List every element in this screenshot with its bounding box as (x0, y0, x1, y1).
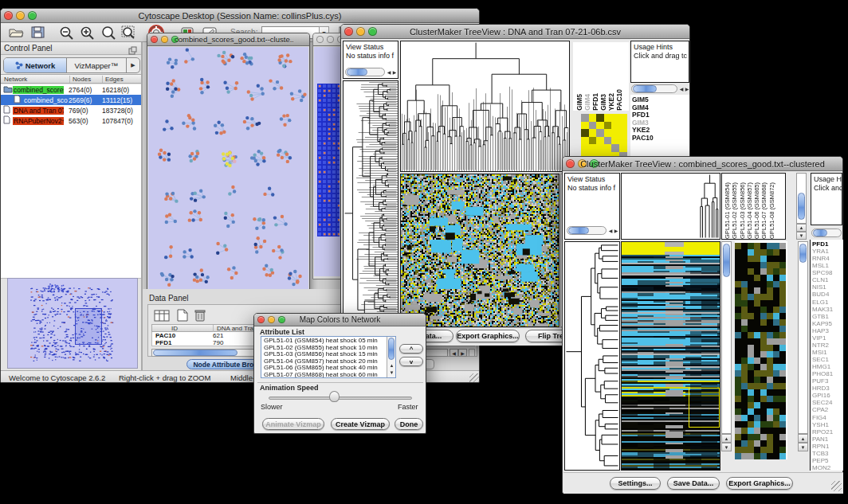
gene-label[interactable]: RPN1 (812, 443, 843, 450)
attribute-list-vscrollbar[interactable]: ▲ ▼ (387, 337, 395, 377)
gene-label[interactable]: YRA1 (812, 248, 843, 255)
gene-label[interactable]: MAK31 (812, 306, 843, 313)
gene-label[interactable]: MSL1 (812, 262, 843, 269)
scroll-right-button[interactable]: ▶ (613, 227, 619, 234)
minimize-button[interactable] (327, 36, 334, 43)
gene-label[interactable]: RPO21 (812, 428, 843, 436)
gene-label[interactable]: CPA2 (812, 406, 843, 413)
matrix-cell[interactable] (596, 114, 604, 122)
done-button[interactable]: Done (395, 418, 423, 430)
matrix-cell[interactable] (619, 122, 627, 130)
gene-label[interactable]: KAP95 (812, 320, 843, 327)
gene-label[interactable]: ELG1 (812, 299, 843, 306)
matrix-cell[interactable] (596, 122, 604, 130)
matrix-cell[interactable] (611, 144, 619, 152)
similarity-matrix[interactable] (581, 114, 627, 160)
network-tree-row[interactable]: combined_scores2764(0)16218(0) (1, 84, 141, 95)
scroll-down-button[interactable]: ▼ (721, 443, 732, 451)
gene-label[interactable]: SEC24 (812, 399, 843, 406)
gene-label[interactable]: GTB1 (812, 313, 843, 320)
scroll-up-button[interactable]: ▲ (798, 434, 808, 443)
network-tree-row[interactable]: RNAPuberNov2+|563(0)107847(0) (1, 115, 141, 126)
matrix-cell[interactable] (589, 144, 597, 152)
dense-network-block[interactable] (317, 84, 340, 236)
heatmap-panel[interactable] (400, 174, 559, 327)
gene-label[interactable]: HRD3 (812, 385, 843, 392)
matrix-cell[interactable] (611, 129, 619, 137)
zoom-selected-icon[interactable] (119, 25, 139, 41)
trash-icon[interactable] (190, 307, 210, 323)
network-tree-empty-area[interactable] (1, 127, 141, 279)
matrix-cell[interactable] (604, 137, 612, 145)
matrix-cell[interactable] (604, 122, 612, 130)
view-status-hscrollbar[interactable] (567, 226, 607, 235)
scroll-up-button[interactable]: ▲ (796, 224, 807, 232)
close-button[interactable] (4, 11, 13, 20)
close-button[interactable] (151, 36, 158, 43)
scrollbar-thumb[interactable] (723, 244, 730, 277)
attribute-list[interactable]: GPL51-01 (GSM854) heat shock 05 minGPL51… (261, 336, 396, 378)
matrix-cell[interactable] (581, 144, 589, 152)
scrollbar-thumb[interactable] (568, 227, 589, 234)
matrix-cell[interactable] (581, 114, 589, 122)
close-button[interactable] (344, 27, 353, 36)
gene-label[interactable]: RNR4 (812, 255, 843, 262)
matrix-cell[interactable] (619, 137, 627, 145)
zoom-in-icon[interactable] (77, 25, 98, 41)
matrix-cell[interactable] (611, 137, 619, 145)
save-data-button[interactable]: Save Data... (667, 477, 720, 490)
tab-overflow-button[interactable]: ▶ (126, 58, 139, 72)
network-overview-canvas[interactable] (8, 279, 137, 368)
attribute-list-item[interactable]: GPL51-04 (GSM857) heat shock 20 min (264, 358, 395, 365)
matrix-cell[interactable] (581, 137, 589, 145)
gene-label[interactable]: CLN1 (812, 276, 843, 283)
network-canvas[interactable] (148, 47, 308, 302)
matrix-cell[interactable] (611, 122, 619, 130)
attribute-list-item[interactable]: GPL51-07 (GSM868) heat shock 60 min (264, 372, 395, 378)
gene-label[interactable]: SEC1 (812, 356, 843, 363)
scroll-right-button[interactable]: ▶ (684, 85, 690, 92)
col-header-edges[interactable]: Edges (102, 76, 124, 83)
scroll-up-button[interactable]: ▲ (721, 434, 732, 443)
scroll-left-button[interactable]: ◀ (450, 349, 458, 357)
column-dendrogram-panel[interactable] (621, 173, 720, 240)
scrollbar-thumb[interactable] (347, 68, 367, 76)
view-status-hscrollbar[interactable] (345, 68, 385, 76)
matrix-cell[interactable] (611, 114, 619, 122)
zoomed-heatmap-panel[interactable] (735, 241, 787, 459)
matrix-cell[interactable] (589, 114, 597, 122)
scroll-right-button[interactable]: ▶ (458, 349, 467, 357)
settings-button[interactable]: Settings... (610, 477, 661, 490)
data-col-id[interactable]: ID (171, 325, 178, 332)
gene-label[interactable]: YSH1 (812, 421, 843, 428)
scrollbar-thumb[interactable] (799, 244, 807, 263)
attribute-list-item[interactable]: GPL51-01 (GSM854) heat shock 05 min (264, 338, 395, 345)
overview-viewport-rect[interactable] (75, 308, 102, 345)
move-attribute-up-button[interactable]: ^ (399, 344, 423, 354)
gene-label[interactable]: VIP1 (812, 334, 843, 342)
matrix-cell[interactable] (619, 144, 627, 152)
scroll-down-button[interactable]: ▼ (798, 443, 808, 451)
matrix-cell[interactable] (619, 114, 627, 122)
matrix-cell[interactable] (581, 122, 589, 130)
network-tree-row[interactable]: DNA and Tran 07769(0)183728(0) (1, 105, 141, 115)
usage-hints-hscrollbar[interactable] (631, 84, 677, 93)
gene-label[interactable]: PHO81 (812, 370, 843, 377)
heatmap-selection-rect[interactable] (689, 388, 720, 428)
col-header-nodes[interactable]: Nodes (69, 76, 91, 83)
main-titlebar[interactable]: Cytoscape Desktop (Session Name: collins… (1, 9, 479, 23)
gene-label[interactable]: PAN1 (812, 436, 843, 443)
gene-label[interactable]: MSI1 (812, 349, 843, 356)
scrollbar-thumb[interactable] (633, 85, 657, 92)
matrix-cell[interactable] (596, 137, 604, 145)
create-vizmap-button[interactable]: Create Vizmap (331, 418, 390, 430)
dialog-titlebar[interactable]: Map Colors to Network (254, 314, 426, 326)
gene-label[interactable]: TCB3 (812, 450, 843, 457)
scroll-down-button[interactable]: ▼ (796, 232, 807, 240)
minimize-button[interactable] (161, 36, 168, 43)
column-labels-vscrollbar[interactable] (796, 173, 807, 224)
usage-hints-hscrollbar[interactable] (811, 229, 842, 237)
gene-label[interactable]: PEP5 (812, 457, 843, 464)
gene-label[interactable]: HAP3 (812, 327, 843, 334)
animation-speed-slider[interactable] (269, 397, 412, 400)
